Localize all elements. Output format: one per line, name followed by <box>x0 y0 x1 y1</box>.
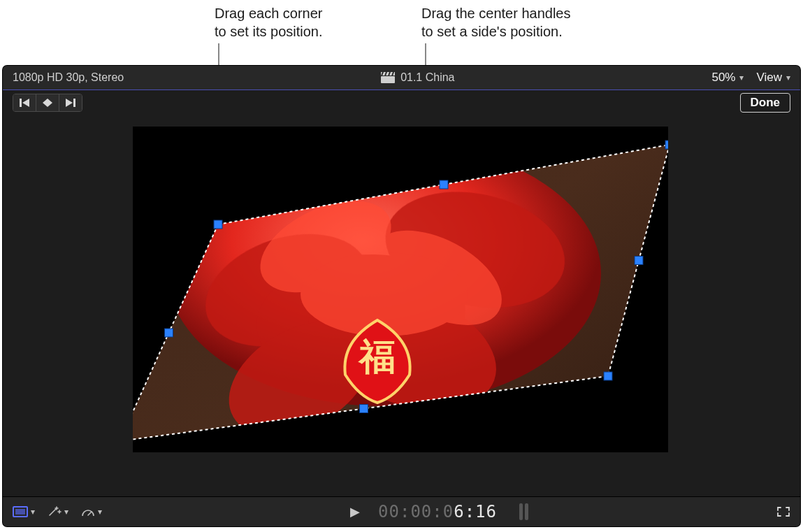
prev-edit-button[interactable] <box>13 94 36 111</box>
timecode-bright: 6:16 <box>454 502 497 522</box>
transform-tool-menu[interactable]: ▾ <box>13 506 35 517</box>
distort-handle-mid-left[interactable] <box>165 329 173 337</box>
clapper-icon <box>381 72 395 83</box>
viewer-canvas[interactable]: 福 <box>3 115 800 498</box>
clip-name: 01.1 China <box>400 71 454 84</box>
chevron-down-icon: ▾ <box>786 73 790 82</box>
callout-corner: Drag each corner to set its position. <box>215 4 323 41</box>
format-label: 1080p HD 30p, Stereo <box>13 71 124 84</box>
callout-side-l1: Drag the center handles <box>421 4 570 22</box>
svg-line-27 <box>50 508 57 515</box>
svg-rect-10 <box>73 99 75 107</box>
svg-line-32 <box>88 512 92 515</box>
statusbar: ▾ ▾ ▾ ▶ 00:00:06:16 <box>3 496 800 526</box>
video-frame: 福 <box>133 127 668 452</box>
timecode[interactable]: 00:00:06:16 <box>378 502 497 522</box>
tool-row: Done <box>3 90 800 115</box>
callout-corner-l1: Drag each corner <box>215 4 323 22</box>
retime-menu[interactable]: ▾ <box>81 506 102 517</box>
play-button[interactable]: ▶ <box>350 504 360 519</box>
distort-handle-mid-right[interactable] <box>635 257 643 265</box>
chevron-down-icon: ▾ <box>31 507 35 517</box>
distort-handle-corner-tl[interactable] <box>214 220 222 229</box>
fullscreen-button[interactable] <box>776 506 790 517</box>
svg-rect-0 <box>381 76 395 83</box>
view-label: View <box>756 71 782 85</box>
titlebar: 1080p HD 30p, Stereo 01.1 China 50% ▾ Vi… <box>3 66 800 90</box>
view-menu[interactable]: View ▾ <box>756 71 790 85</box>
chevron-down-icon: ▾ <box>98 507 102 517</box>
svg-marker-9 <box>66 99 73 107</box>
viewer-window: 1080p HD 30p, Stereo 01.1 China 50% ▾ Vi… <box>3 66 800 526</box>
done-button[interactable]: Done <box>740 93 791 113</box>
callout-side: Drag the center handles to set a side's … <box>421 4 570 41</box>
add-marker-button[interactable] <box>36 94 59 111</box>
svg-rect-26 <box>15 509 25 515</box>
chevron-down-icon: ▾ <box>739 73 744 82</box>
chevron-down-icon: ▾ <box>64 507 68 517</box>
svg-rect-7 <box>20 99 22 107</box>
distort-handle-mid-top[interactable] <box>440 180 448 189</box>
timecode-dim: 00:00:0 <box>378 502 454 522</box>
enhance-menu[interactable]: ▾ <box>48 506 68 517</box>
distort-handle-corner-tr[interactable] <box>665 141 668 149</box>
zoom-menu[interactable]: 50% ▾ <box>711 71 744 85</box>
callout-corner-l2: to set its position. <box>215 22 323 41</box>
svg-marker-6 <box>22 99 29 107</box>
callout-side-l2: to set a side's position. <box>421 22 570 41</box>
svg-marker-8 <box>43 99 52 107</box>
nav-segment <box>13 94 82 112</box>
audio-meter <box>519 503 528 520</box>
distort-handle-corner-br[interactable] <box>604 372 612 380</box>
next-edit-button[interactable] <box>59 94 82 111</box>
clip-title: 01.1 China <box>381 71 454 84</box>
distort-handle-mid-bottom[interactable] <box>360 405 368 413</box>
zoom-value: 50% <box>711 71 735 85</box>
svg-text:福: 福 <box>358 337 396 377</box>
